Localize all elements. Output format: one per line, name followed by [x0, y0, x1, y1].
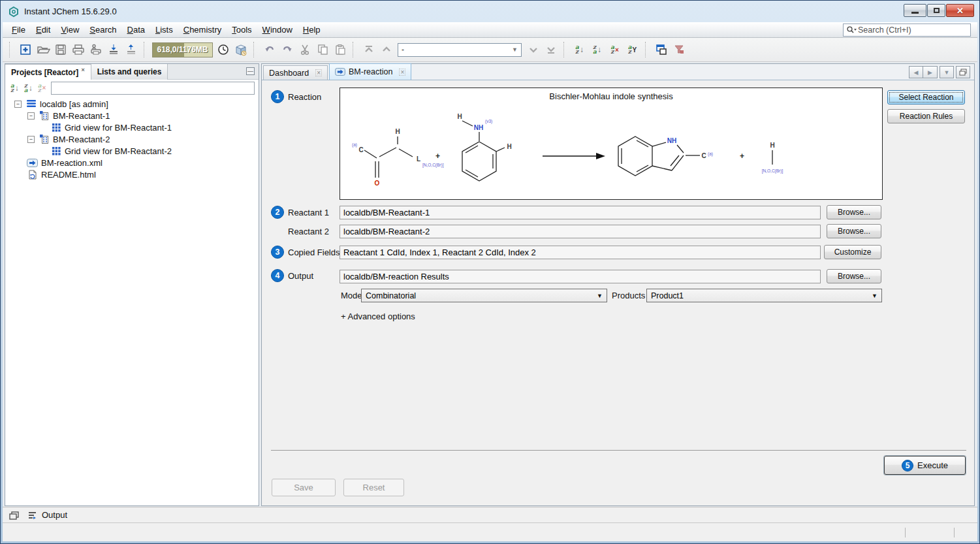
clear-filter-icon[interactable] — [670, 41, 688, 59]
minimize-panel-icon[interactable]: — — [246, 67, 255, 75]
collapse-icon[interactable]: − — [27, 112, 35, 120]
record-selector[interactable]: - ▼ — [398, 43, 522, 57]
garbage-collect-clock-icon[interactable] — [214, 41, 232, 59]
toolbar-separator — [563, 42, 568, 57]
menu-help[interactable]: Help — [298, 23, 326, 37]
tree-filter-input[interactable] — [51, 82, 255, 95]
scroll-tabs-left-icon[interactable]: ◀ — [909, 66, 923, 78]
sort-descending-icon[interactable]: za↓ — [24, 84, 33, 93]
reaction-rules-button[interactable]: Reaction Rules — [887, 109, 965, 123]
editor-panel: Dashboard × BM-reaction × ◀ ▶ ▼ — [261, 63, 975, 506]
first-record-icon[interactable] — [360, 41, 377, 59]
minimize-icon — [911, 12, 919, 14]
next-record-icon[interactable] — [524, 41, 542, 59]
editor-tabbar: Dashboard × BM-reaction × ◀ ▶ ▼ — [262, 64, 974, 80]
copy-icon[interactable] — [313, 41, 331, 59]
customize-button[interactable]: Customize — [824, 245, 881, 259]
menu-chemistry[interactable]: Chemistry — [178, 23, 227, 37]
export-icon[interactable] — [122, 41, 140, 59]
windows-icon[interactable] — [652, 41, 670, 59]
products-value: Product1 — [651, 291, 684, 300]
search-icon — [846, 25, 857, 35]
reactant1-browse-button[interactable]: Browse... — [827, 205, 881, 219]
reactant2-browse-button[interactable]: Browse... — [827, 224, 881, 238]
import-icon[interactable] — [104, 41, 122, 59]
collapse-icon[interactable]: − — [27, 136, 35, 143]
print-preview-icon[interactable] — [87, 41, 104, 59]
output-browse-button[interactable]: Browse... — [827, 269, 881, 283]
reactant2-label: Reactant 2 — [288, 227, 329, 236]
last-record-icon[interactable] — [542, 41, 560, 59]
close-button[interactable]: ✕ — [946, 4, 974, 17]
toolbar-separator — [144, 42, 148, 57]
menu-file[interactable]: File — [7, 23, 31, 37]
menu-window[interactable]: Window — [257, 23, 298, 37]
clear-sort-icon[interactable]: az× — [38, 84, 46, 93]
close-tab-icon[interactable]: × — [315, 69, 322, 76]
output-window-tab[interactable]: Output — [42, 510, 67, 520]
step-badge-4: 4 — [271, 269, 284, 282]
global-search[interactable] — [843, 24, 971, 37]
custom-sort-icon[interactable]: azY — [624, 41, 641, 59]
previous-record-icon[interactable] — [377, 41, 395, 59]
tab-projects[interactable]: Projects [Reactor] × — [5, 64, 91, 80]
tree-item-readme-html[interactable]: README.html — [5, 168, 259, 180]
tab-bm-reaction[interactable]: BM-reaction × — [329, 63, 411, 80]
memory-gauge[interactable]: 618,0/1176MB — [152, 42, 213, 57]
toolbar-separator — [9, 42, 14, 57]
sort-ascending-icon[interactable]: az↓ — [571, 41, 588, 59]
save-icon[interactable] — [52, 41, 69, 59]
mode-combobox[interactable]: Combinatorial ▼ — [361, 289, 607, 302]
output-field[interactable] — [340, 270, 821, 283]
execute-button[interactable]: 5 Execute — [884, 456, 966, 475]
cut-icon[interactable] — [296, 41, 313, 59]
menu-edit[interactable]: Edit — [31, 23, 55, 37]
toolbar-separator — [253, 42, 258, 57]
menu-tools[interactable]: Tools — [227, 23, 257, 37]
tab-list-icon[interactable]: ▼ — [940, 66, 954, 78]
menu-lists[interactable]: Lists — [150, 23, 178, 37]
paste-icon[interactable] — [331, 41, 349, 59]
maximize-button[interactable] — [927, 4, 945, 17]
output-window-icon[interactable] — [27, 511, 38, 520]
search-input[interactable] — [857, 25, 968, 35]
menu-view[interactable]: View — [55, 23, 84, 37]
menu-data[interactable]: Data — [122, 23, 150, 37]
tree-item-grid-view-2[interactable]: Grid view for BM-Reactant-2 — [5, 145, 259, 157]
sort-ascending-icon[interactable]: az↓ — [10, 84, 19, 93]
close-tab-icon[interactable]: × — [399, 69, 405, 76]
database-cube-icon[interactable] — [232, 41, 249, 59]
clear-sort-icon[interactable]: az× — [606, 41, 624, 59]
minimize-button[interactable] — [904, 4, 926, 17]
tree-item-grid-view-1[interactable]: Grid view for BM-Reactant-1 — [5, 121, 259, 133]
print-icon[interactable] — [69, 41, 87, 59]
tab-lists-and-queries[interactable]: Lists and queries — [91, 64, 168, 80]
products-combobox[interactable]: Product1 ▼ — [646, 289, 882, 302]
maximize-view-icon[interactable] — [956, 66, 970, 78]
sort-descending-icon[interactable]: za↓ — [588, 41, 606, 59]
tree-item-bm-reactant-2[interactable]: − BM-Reactant-2 — [5, 133, 259, 145]
copied-fields-field[interactable] — [340, 246, 821, 259]
save-button[interactable]: Save — [272, 479, 336, 496]
projects-panel: Projects [Reactor] × Lists and queries —… — [5, 63, 259, 506]
reactant1-field[interactable] — [340, 206, 821, 219]
collapse-icon[interactable]: − — [14, 101, 22, 108]
close-icon[interactable]: × — [81, 67, 84, 73]
tree-item-localdb[interactable]: − localdb [as admin] — [5, 98, 259, 110]
menu-search[interactable]: Search — [84, 23, 121, 37]
title-bar[interactable]: Instant JChem 15.6.29.0 ✕ — [1, 1, 979, 22]
tree-item-bm-reaction-xml[interactable]: BM-reaction.xml — [5, 157, 259, 168]
undo-icon[interactable] — [261, 41, 278, 59]
open-project-icon[interactable] — [34, 41, 52, 59]
float-window-icon[interactable] — [9, 511, 20, 520]
new-icon[interactable] — [16, 41, 34, 59]
scroll-tabs-right-icon[interactable]: ▶ — [923, 66, 938, 78]
redo-icon[interactable] — [278, 41, 296, 59]
reactant2-field[interactable] — [340, 225, 821, 238]
advanced-options-link[interactable]: + Advanced options — [341, 312, 415, 321]
reaction-scheme[interactable]: Bischler-Mohlau indole synthesis (a) C O… — [340, 88, 883, 200]
reset-button[interactable]: Reset — [343, 479, 404, 496]
tab-dashboard[interactable]: Dashboard × — [263, 65, 328, 80]
select-reaction-button[interactable]: Select Reaction — [887, 90, 965, 104]
tree-item-bm-reactant-1[interactable]: − BM-Reactant-1 — [5, 110, 259, 121]
